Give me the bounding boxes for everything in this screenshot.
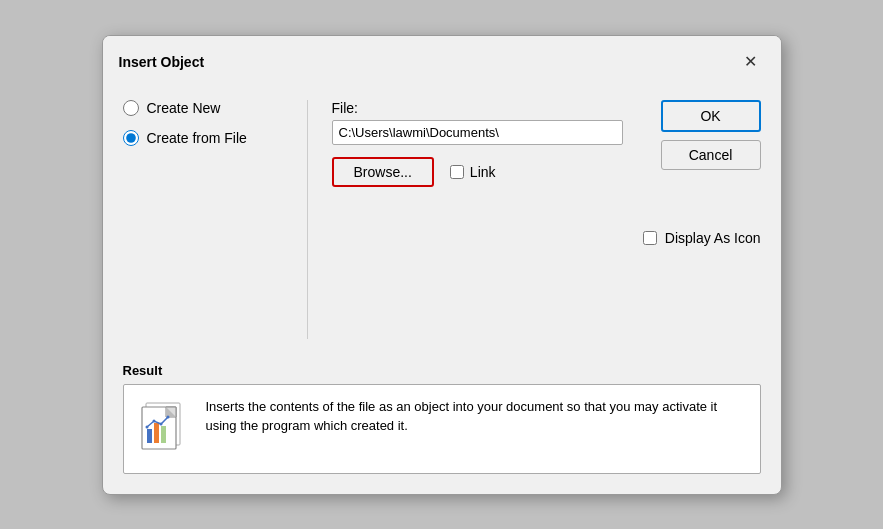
create-new-label: Create New — [147, 100, 221, 116]
close-button[interactable]: ✕ — [737, 48, 765, 76]
action-area: OK Cancel Display As Icon — [643, 100, 761, 339]
display-as-icon-label: Display As Icon — [665, 230, 761, 246]
link-label: Link — [470, 164, 496, 180]
insert-object-dialog: Insert Object ✕ Create New Create from F… — [102, 35, 782, 495]
link-option[interactable]: Link — [450, 164, 496, 180]
create-new-radio[interactable] — [123, 100, 139, 116]
create-new-option[interactable]: Create New — [123, 100, 283, 116]
action-buttons: OK Cancel — [661, 100, 761, 170]
svg-rect-4 — [147, 429, 152, 443]
dialog-title: Insert Object — [119, 54, 205, 70]
svg-point-7 — [145, 425, 148, 428]
display-as-icon-option[interactable]: Display As Icon — [643, 230, 761, 246]
dialog-body: Create New Create from File File: Browse… — [103, 84, 781, 355]
cancel-button[interactable]: Cancel — [661, 140, 761, 170]
create-from-file-label: Create from File — [147, 130, 247, 146]
controls-row: Browse... Link — [332, 157, 623, 187]
result-description: Inserts the contents of the file as an o… — [206, 397, 746, 436]
result-icon — [138, 397, 190, 453]
svg-rect-6 — [161, 426, 166, 443]
create-from-file-radio[interactable] — [123, 130, 139, 146]
create-from-file-option[interactable]: Create from File — [123, 130, 283, 146]
right-panel: File: Browse... Link — [332, 100, 623, 339]
svg-point-10 — [166, 415, 169, 418]
result-label: Result — [123, 363, 761, 378]
title-bar: Insert Object ✕ — [103, 36, 781, 84]
svg-point-8 — [152, 419, 155, 422]
result-box: Inserts the contents of the file as an o… — [123, 384, 761, 474]
document-icon — [138, 397, 190, 453]
file-input[interactable] — [332, 120, 623, 145]
svg-point-9 — [159, 422, 162, 425]
svg-rect-5 — [154, 423, 159, 443]
left-panel: Create New Create from File — [123, 100, 283, 339]
display-as-icon-checkbox[interactable] — [643, 231, 657, 245]
link-checkbox[interactable] — [450, 165, 464, 179]
file-row: File: — [332, 100, 623, 145]
vertical-divider — [307, 100, 308, 339]
result-wrapper: Result — [123, 363, 761, 474]
file-label: File: — [332, 100, 623, 116]
ok-button[interactable]: OK — [661, 100, 761, 132]
browse-button[interactable]: Browse... — [332, 157, 434, 187]
